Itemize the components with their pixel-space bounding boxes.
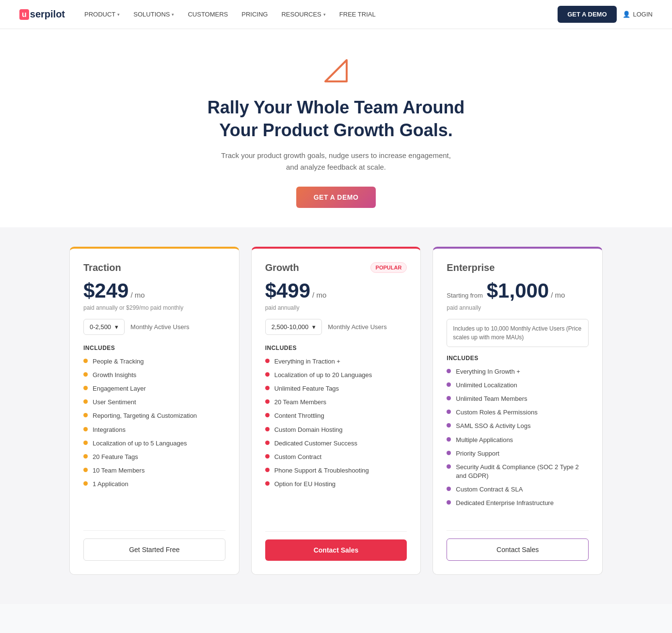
bullet-icon	[447, 500, 451, 505]
growth-card: Growth POPULAR $499 / mo paid annually 2…	[251, 247, 421, 575]
chevron-down-icon: ▾	[312, 323, 316, 331]
nav-solutions[interactable]: SOLUTIONS ▾	[133, 11, 174, 18]
growth-mau-label: Monthly Active Users	[328, 323, 386, 331]
growth-feature-list: Everything in Traction + Localization of…	[265, 357, 407, 514]
bullet-icon	[265, 359, 270, 363]
growth-mau-selector: 2,500-10,000 ▾ Monthly Active Users	[265, 319, 407, 335]
bullet-icon	[447, 410, 451, 414]
list-item: 20 Team Members	[265, 398, 407, 407]
list-item: Custom Roles & Permissions	[447, 408, 589, 417]
enterprise-note: paid annually	[447, 304, 589, 311]
bullet-icon	[265, 386, 270, 390]
traction-price: $249	[83, 279, 128, 302]
bullet-icon	[83, 441, 88, 445]
nav-pricing[interactable]: PRICING	[241, 11, 268, 18]
list-item: Custom Contract & SLA	[447, 485, 589, 494]
logo-icon: u	[19, 9, 29, 20]
bullet-icon	[447, 423, 451, 427]
traction-mau-select[interactable]: 0-2,500 ▾	[83, 319, 125, 335]
bullet-icon	[447, 369, 451, 373]
traction-card: Traction $249 / mo paid annually or $299…	[69, 247, 240, 575]
nav-free-trial[interactable]: FREE TRIAL	[339, 11, 376, 18]
hero-title: Rally Your Whole Team Around Your Produc…	[200, 96, 472, 142]
pricing-grid: Traction $249 / mo paid annually or $299…	[69, 247, 603, 575]
traction-feature-list: People & Tracking Growth Insights Engage…	[83, 357, 225, 513]
bullet-icon	[265, 399, 270, 404]
traction-price-row: $249 / mo	[83, 279, 225, 302]
nav-customers[interactable]: CUSTOMERS	[188, 11, 228, 18]
list-item: 20 Feature Tags	[83, 453, 225, 461]
chevron-down-icon: ▾	[117, 12, 120, 17]
enterprise-starting-from: Starting from	[447, 292, 482, 299]
bullet-icon	[265, 372, 270, 377]
list-item: Dedicated Customer Success	[265, 439, 407, 448]
enterprise-includes-title: INCLUDES	[447, 355, 589, 362]
list-item: Unlimited Localization	[447, 381, 589, 390]
hero-section: Rally Your Whole Team Around Your Produc…	[0, 29, 672, 227]
list-item: Multiple Applications	[447, 436, 589, 444]
growth-period: / mo	[312, 291, 326, 299]
enterprise-feature-list: Everything In Growth + Unlimited Localiz…	[447, 367, 589, 513]
bullet-icon	[447, 464, 451, 469]
list-item: Option for EU Hosting	[265, 480, 407, 489]
enterprise-cta-button[interactable]: Contact Sales	[447, 538, 589, 561]
growth-mau-select[interactable]: 2,500-10,000 ▾	[265, 319, 322, 335]
enterprise-card: Enterprise Starting from $1,000 / mo pai…	[432, 247, 603, 575]
bullet-icon	[447, 396, 451, 400]
hero-subtitle: Track your product growth goals, nudge u…	[215, 150, 457, 173]
list-item: Content Throttling	[265, 411, 407, 420]
logo[interactable]: u serpilot	[19, 9, 65, 20]
bullet-icon	[83, 468, 88, 472]
traction-mau-selector: 0-2,500 ▾ Monthly Active Users	[83, 319, 225, 335]
list-item: Localization of up to 5 Languages	[83, 439, 225, 448]
bullet-icon	[265, 427, 270, 431]
user-icon: 👤	[623, 11, 630, 18]
bullet-icon	[83, 413, 88, 417]
traction-plan-name: Traction	[83, 262, 225, 273]
bullet-icon	[265, 481, 270, 486]
bullet-icon	[447, 382, 451, 387]
growth-note: paid annually	[265, 304, 407, 311]
popular-badge: POPULAR	[370, 262, 407, 273]
list-item: Engagement Layer	[83, 384, 225, 393]
list-item: Dedicated Enterprise Infrastructure	[447, 499, 589, 507]
login-button[interactable]: 👤 LOGIN	[623, 11, 653, 18]
logo-text: serpilot	[30, 9, 65, 20]
growth-includes-title: INCLUDES	[265, 345, 407, 351]
growth-plan-name: Growth	[265, 262, 299, 273]
growth-price: $499	[265, 279, 310, 302]
traction-period: / mo	[130, 291, 144, 299]
nav-links: PRODUCT ▾ SOLUTIONS ▾ CUSTOMERS PRICING …	[84, 11, 558, 18]
list-item: Integrations	[83, 426, 225, 434]
get-demo-nav-button[interactable]: GET A DEMO	[558, 6, 616, 23]
nav-resources[interactable]: RESOURCES ▾	[281, 11, 325, 18]
nav-product[interactable]: PRODUCT ▾	[84, 11, 120, 18]
bullet-icon	[265, 441, 270, 445]
list-item: Unlimited Feature Tags	[265, 384, 407, 393]
pricing-section: Traction $249 / mo paid annually or $299…	[0, 227, 672, 604]
enterprise-plan-name: Enterprise	[447, 262, 589, 273]
enterprise-period: / mo	[551, 291, 565, 299]
list-item: Priority Support	[447, 449, 589, 458]
bullet-icon	[83, 481, 88, 486]
traction-mau-label: Monthly Active Users	[130, 323, 189, 331]
hero-cta-button[interactable]: GET A DEMO	[296, 187, 376, 208]
growth-cta-button[interactable]: Contact Sales	[265, 539, 407, 561]
list-item: People & Tracking	[83, 357, 225, 366]
chevron-down-icon: ▾	[172, 12, 174, 17]
list-item: Phone Support & Troubleshooting	[265, 466, 407, 475]
list-item: Localization of up to 20 Languages	[265, 371, 407, 380]
bullet-icon	[265, 413, 270, 417]
bullet-icon	[447, 487, 451, 491]
bullet-icon	[447, 451, 451, 455]
traction-cta-button[interactable]: Get Started Free	[83, 538, 225, 561]
bullet-icon	[447, 437, 451, 442]
list-item: Custom Contract	[265, 453, 407, 461]
list-item: Everything in Traction +	[265, 357, 407, 366]
list-item: 10 Team Members	[83, 466, 225, 475]
list-item: Reporting, Targeting & Customization	[83, 411, 225, 420]
bullet-icon	[83, 372, 88, 377]
bullet-icon	[265, 454, 270, 459]
enterprise-price-row: Starting from $1,000 / mo	[447, 279, 589, 302]
nav-actions: GET A DEMO 👤 LOGIN	[558, 6, 653, 23]
